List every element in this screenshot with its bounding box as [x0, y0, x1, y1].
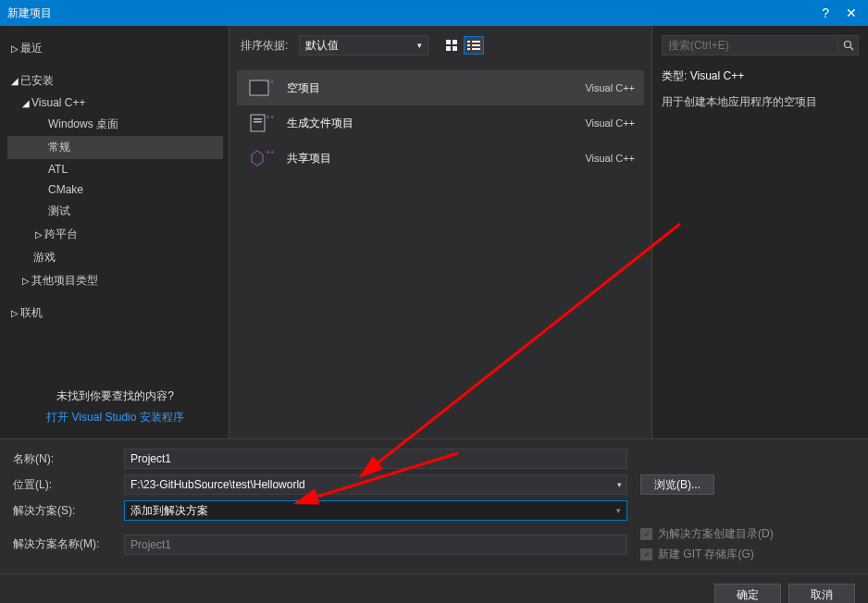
svg-text:++: ++: [266, 78, 274, 86]
tree-installed[interactable]: ◢已安装: [7, 69, 223, 92]
tree-test[interactable]: 测试: [7, 200, 223, 223]
tree-windows-desktop[interactable]: Windows 桌面: [7, 113, 223, 136]
details-pane: 类型: Visual C++ 用于创建本地应用程序的空项目: [652, 26, 868, 438]
tree-other[interactable]: ▷其他项目类型: [7, 269, 223, 292]
svg-text:++: ++: [266, 148, 274, 156]
name-label: 名称(N):: [13, 451, 124, 467]
svg-rect-3: [453, 46, 457, 51]
empty-project-icon: ++: [246, 75, 276, 101]
sort-select[interactable]: 默认值 ▾: [299, 35, 428, 55]
tree-games[interactable]: 游戏: [7, 246, 223, 269]
checkbox-checked-icon: ✓: [640, 548, 652, 560]
svg-marker-16: [252, 151, 263, 166]
svg-rect-1: [453, 40, 457, 44]
location-input[interactable]: [124, 474, 627, 495]
svg-rect-5: [472, 41, 480, 43]
svg-rect-0: [446, 40, 451, 44]
tree-recent[interactable]: ▷最近: [7, 37, 223, 60]
svg-rect-12: [251, 115, 265, 131]
svg-rect-2: [446, 46, 451, 51]
titlebar: 新建项目 ? ✕: [0, 0, 868, 26]
ok-button[interactable]: 确定: [714, 584, 781, 603]
list-view-button[interactable]: [464, 36, 484, 55]
name-input[interactable]: [124, 449, 627, 469]
chevron-down-icon: ◢: [20, 98, 31, 108]
svg-rect-14: [254, 121, 262, 123]
browse-button[interactable]: 浏览(B)...: [640, 474, 714, 495]
svg-rect-6: [467, 44, 470, 46]
solution-label: 解决方案(S):: [13, 503, 124, 519]
template-tree-sidebar: ▷最近 ◢已安装 ◢Visual C++ Windows 桌面 常规 ATL C…: [0, 26, 229, 438]
template-shared-project[interactable]: ++ 共享项目 Visual C++: [237, 141, 644, 176]
shared-project-icon: ++: [246, 145, 276, 171]
template-empty-project[interactable]: ++ 空项目 Visual C++: [237, 70, 644, 105]
sort-label: 排序依据:: [241, 38, 288, 54]
svg-rect-4: [467, 41, 470, 43]
tree-cmake[interactable]: CMake: [7, 179, 223, 200]
template-description: 用于创建本地应用程序的空项目: [662, 93, 859, 111]
chevron-right-icon: ▷: [9, 308, 20, 318]
svg-point-18: [844, 42, 850, 48]
svg-text:++: ++: [266, 113, 274, 121]
svg-line-19: [850, 47, 853, 50]
solution-select[interactable]: 添加到解决方案 ▾: [124, 500, 627, 521]
chevron-right-icon: ▷: [33, 229, 44, 240]
location-label: 位置(L):: [13, 477, 124, 493]
tree-cross-platform[interactable]: ▷跨平台: [7, 223, 223, 246]
svg-rect-8: [467, 48, 470, 50]
help-icon[interactable]: ?: [822, 6, 829, 20]
sidebar-hint: 未找到你要查找的内容?: [22, 388, 208, 404]
git-repo-checkbox[interactable]: ✓新建 GIT 存储库(G): [640, 547, 774, 562]
tree-general[interactable]: 常规: [7, 136, 223, 159]
search-icon[interactable]: [838, 35, 859, 55]
template-list-panel: 排序依据: 默认值 ▾ ++ 空项目 Visual C++: [229, 26, 652, 438]
type-line: 类型: Visual C++: [662, 68, 859, 84]
chevron-right-icon: ▷: [20, 276, 31, 286]
bottom-form: 名称(N): 位置(L): ▾ 浏览(B)... 解决方案(S): 添加到解决方…: [0, 438, 868, 573]
open-installer-link[interactable]: 打开 Visual Studio 安装程序: [22, 410, 208, 425]
search-input[interactable]: [662, 35, 838, 55]
makefile-icon: ++: [246, 110, 276, 136]
solution-name-label: 解决方案名称(M):: [13, 536, 124, 552]
grid-view-button[interactable]: [441, 36, 462, 55]
svg-rect-13: [254, 118, 262, 120]
svg-rect-9: [472, 48, 480, 50]
tree-online[interactable]: ▷联机: [7, 302, 223, 325]
checkbox-checked-icon: ✓: [640, 528, 652, 540]
chevron-right-icon: ▷: [9, 43, 20, 54]
chevron-down-icon: ◢: [9, 76, 20, 86]
svg-rect-7: [472, 44, 480, 46]
chevron-down-icon: ▾: [417, 41, 422, 50]
chevron-down-icon: ▾: [616, 506, 621, 515]
solution-name-input[interactable]: [124, 535, 627, 555]
create-dir-checkbox[interactable]: ✓为解决方案创建目录(D): [640, 526, 774, 542]
close-button[interactable]: ✕: [842, 6, 861, 20]
cancel-button[interactable]: 取消: [788, 584, 855, 603]
template-makefile-project[interactable]: ++ 生成文件项目 Visual C++: [237, 105, 644, 141]
tree-atl[interactable]: ATL: [7, 159, 223, 179]
tree-vcpp[interactable]: ◢Visual C++: [7, 92, 223, 113]
window-title: 新建项目: [7, 6, 52, 21]
